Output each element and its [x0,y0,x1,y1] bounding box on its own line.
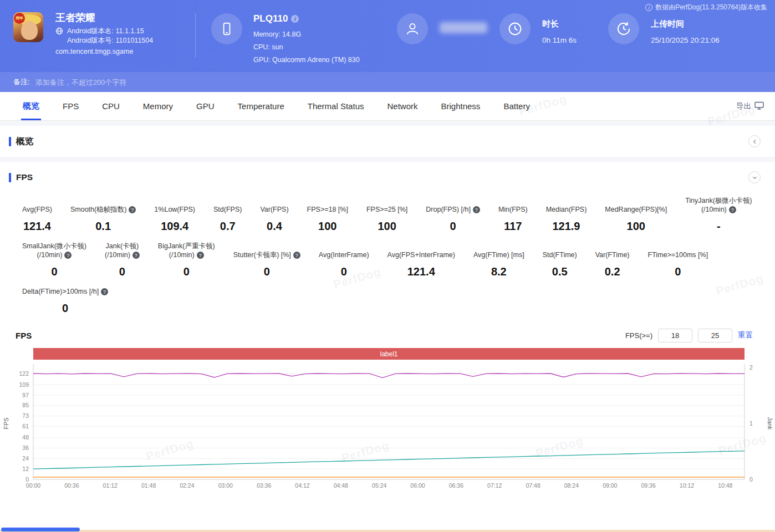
help-icon[interactable]: ? [197,252,204,259]
help-icon[interactable]: ? [132,252,140,259]
duration-label: 时长 [542,19,559,29]
help-icon[interactable]: ? [729,206,736,213]
note-input[interactable] [35,78,268,86]
svg-text:00:36: 00:36 [64,482,79,489]
fps-section-header: FPS [0,162,775,193]
metric-value: 121.4 [22,220,52,233]
fps-collapse-button[interactable] [748,171,761,183]
upload-time-label: 上传时间 [651,19,684,29]
bottom-strip [0,530,775,532]
tab-network[interactable]: Network [375,92,429,120]
metric-label: Smooth(稳帧指数)? [70,205,136,214]
tab-cpu[interactable]: CPU [90,92,131,120]
help-icon[interactable]: ? [101,288,108,295]
metric-value: 121.9 [546,220,587,233]
help-icon[interactable]: ? [293,252,300,259]
svg-text:04:48: 04:48 [334,482,348,489]
tab-brightness[interactable]: Brightness [430,92,492,120]
tab-battery[interactable]: Battery [492,92,542,120]
metric-label: TinyJank(极微小卡顿) (/10min)? [685,196,752,214]
upload-time-icon [608,13,639,44]
device-gpu: GPU: Qualcomm Adreno (TM) 830 [253,56,360,64]
phone-icon [211,13,242,44]
svg-text:07:48: 07:48 [526,482,540,489]
metric-smalljank-10min: SmallJank(微小卡顿) (/10min)?0 [22,242,86,278]
metric-row: Avg(FPS)121.4Smooth(稳帧指数)?0.11%Low(FPS)1… [22,196,775,233]
fps-threshold-max-input[interactable] [698,329,732,342]
metric-label: FPS>=25 [%] [366,205,407,214]
device-info-icon[interactable]: i [291,15,299,23]
metric-stutter-%: Stutter(卡顿率) [%]?0 [233,250,300,278]
metric-label: Var(FPS) [260,205,288,214]
metric-row: Delta(FTime)>100ms [/h]?0 [22,287,775,315]
metric-value: 117 [498,220,528,233]
section-accent-bar [9,173,11,182]
metric-value: 0.5 [543,265,577,278]
tab-fps[interactable]: FPS [51,92,90,120]
metric-label: Avg(FPS) [22,205,52,214]
tab-memory[interactable]: Memory [131,92,185,120]
metric-1%low-fps: 1%Low(FPS)109.4 [154,205,195,233]
device-memory: Memory: 14.8G [253,30,301,38]
metric-avg-fps: Avg(FPS)121.4 [22,205,52,233]
export-label: 导出 [736,101,751,111]
metric-label: 1%Low(FPS) [154,205,195,214]
svg-text:12: 12 [22,466,29,472]
svg-text:06:36: 06:36 [449,482,463,489]
metric-value: 0.7 [213,220,242,233]
overview-section-title: 概览 [16,136,33,147]
svg-text:73: 73 [22,412,29,419]
package-name: com.tencent.tmgp.sgame [55,48,133,55]
section-gap [0,157,775,162]
metric-row: SmallJank(微小卡顿) (/10min)?0Jank(卡顿) (/10m… [22,242,775,278]
game-icon: 周年 [13,12,43,42]
tab-thermal-status[interactable]: Thermal Status [296,92,376,120]
svg-text:05:24: 05:24 [372,482,386,489]
metric-label: SmallJank(微小卡顿) (/10min)? [22,242,86,259]
reset-button[interactable]: 重置 [738,330,753,340]
export-button[interactable]: 导出 [736,101,764,111]
fps-threshold-min-input[interactable] [658,329,692,342]
metric-median-fps: Median(FPS)121.9 [546,205,587,233]
anniversary-badge: 周年 [14,13,25,24]
tab-概览[interactable]: 概览 [11,92,51,120]
metric-bigjank-10min: BigJank(严重卡顿) (/10min)?0 [158,242,215,278]
note-label: 备注: [13,77,30,87]
svg-text:01:48: 01:48 [141,482,156,489]
metric-label: Var(FTime) [595,250,630,259]
chevron-left-icon [752,139,757,144]
username-redacted [440,22,487,33]
metric-std-fps: Std(FPS)0.7 [213,205,242,233]
help-icon[interactable]: ? [473,206,480,213]
overview-collapse-button[interactable] [748,135,761,147]
chart-label1-bar[interactable]: label1 [33,348,745,360]
tab-temperature[interactable]: Temperature [226,92,296,120]
svg-text:04:12: 04:12 [295,482,309,489]
metric-label: Jank(卡顿) (/10min)? [105,242,140,259]
metric-medrange-fps-%: MedRange(FPS)[%]100 [605,205,667,233]
help-icon[interactable]: ? [64,252,72,259]
game-icon-art [21,21,38,40]
perfdog-report-page: 周年 王者荣耀 Android版本名: 11.1.1.15 Android版本号… [0,0,775,532]
metric-label: Stutter(卡顿率) [%]? [233,250,300,259]
svg-text:97: 97 [22,392,29,398]
metric-avg-ftime-ms: Avg(FTime) [ms]8.2 [473,250,524,278]
export-icon [754,101,764,111]
metric-value: 121.4 [387,265,455,278]
metric-value: 0 [648,265,708,278]
metric-tinyjank-10min: TinyJank(极微小卡顿) (/10min)?- [685,196,752,233]
android-version-name: Android版本名: 11.1.1.15 [67,27,153,36]
metrics: Avg(FPS)121.4Smooth(稳帧指数)?0.11%Low(FPS)1… [0,193,775,315]
horizontal-scrollbar[interactable] [1,528,80,531]
help-icon[interactable]: ? [129,206,136,213]
metric-fps-18-%: FPS>=18 [%]100 [307,205,348,233]
metric-value: - [685,220,752,233]
overview-section-header: 概览 [0,126,775,157]
metric-value: 0.1 [70,220,136,233]
metric-fps-25-%: FPS>=25 [%]100 [366,205,407,233]
metric-var-fps: Var(FPS)0.4 [260,205,288,233]
svg-text:08:24: 08:24 [564,482,579,489]
svg-text:0: 0 [26,476,29,483]
tab-gpu[interactable]: GPU [185,92,226,120]
metric-value: 109.4 [154,220,195,233]
